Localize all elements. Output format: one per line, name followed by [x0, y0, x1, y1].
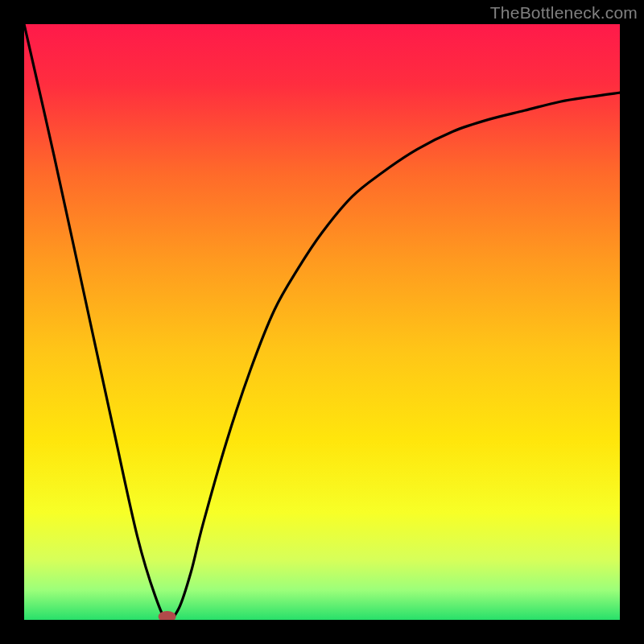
- chart-svg: [24, 24, 620, 620]
- chart-frame: TheBottleneck.com: [0, 0, 644, 644]
- plot-area: [24, 24, 620, 620]
- gradient-background: [24, 24, 620, 620]
- watermark-text: TheBottleneck.com: [490, 3, 638, 23]
